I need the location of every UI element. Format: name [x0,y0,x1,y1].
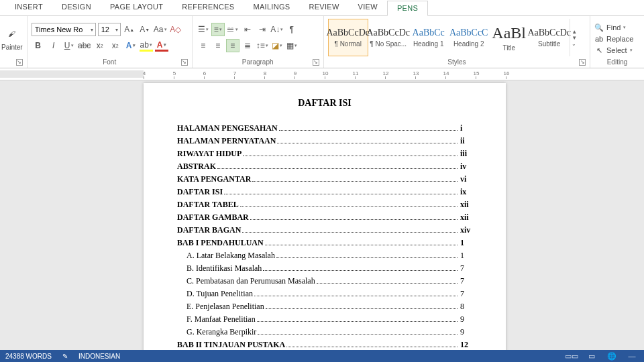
read-mode-button[interactable]: ▭▭ [565,351,578,361]
show-marks-button[interactable]: ¶ [285,23,299,36]
find-icon: 🔍 [594,23,604,32]
font-launcher[interactable]: ↘ [181,59,188,66]
underline-button[interactable]: U [62,39,76,52]
multilevel-list-button[interactable]: ⩸ [226,23,239,36]
clear-formatting-button[interactable]: A◇ [169,23,182,36]
decrease-indent-button[interactable]: ⇤ [241,23,254,36]
toc-entry: HALAMAN PENGESAHANi [177,123,472,133]
text-effects-button[interactable]: A [124,39,138,52]
horizontal-ruler[interactable]: 45678910111213141516 [0,68,644,80]
style-tile-heading-1[interactable]: AaBbCcHeading 1 [409,19,449,56]
toc-entry: RIWAYAT HIDUPiii [177,149,472,159]
tab-page-layout[interactable]: PAGE LAYOUT [101,0,172,15]
style-tile-heading-2[interactable]: AaBbCcCHeading 2 [449,19,489,56]
align-right-button[interactable]: ≡ [226,39,239,52]
web-layout-button[interactable]: 🌐 [605,351,619,361]
highlight-button[interactable]: ab [140,40,153,52]
toc-entry: B. Identifikasi Masalah7 [177,263,472,274]
toc-entry: HALAMAN PERNYATAANii [177,136,472,146]
styles-more-button[interactable]: ▲▼⌄ [570,19,579,56]
style-tile--normal[interactable]: AaBbCcDc¶ Normal [328,19,368,56]
tab-view[interactable]: VIEW [349,0,387,15]
toc-entry: E. Penjelasan Penelitian8 [177,302,472,312]
justify-button[interactable]: ≣ [241,39,254,52]
select-button[interactable]: ↖Select ▾ [594,46,633,55]
word-count[interactable]: 24388 WORDS [5,353,52,360]
format-painter-icon[interactable]: 🖌 [5,24,19,43]
language-status[interactable]: INDONESIAN [78,353,120,360]
style-tile--no-spac-[interactable]: AaBbCcDc¶ No Spac... [368,19,409,56]
shrink-font-button[interactable]: A▼ [138,23,152,36]
select-icon: ↖ [594,46,604,55]
document-title: DAFTAR ISI [177,98,472,109]
line-spacing-button[interactable]: ↕≡ [256,39,269,52]
bullets-button[interactable]: ☰ [197,23,210,36]
italic-button[interactable]: I [47,39,60,52]
toc-entry: BAB II TINJAUAN PUSTAKA12 [177,340,472,350]
toc-entry: C. Pembatasan dan Perumusan Masalah7 [177,276,472,286]
zoom-out-button[interactable]: — [625,351,639,361]
numbering-button[interactable]: ≡ [211,23,225,36]
styles-launcher[interactable]: ↘ [579,59,586,66]
align-left-button[interactable]: ≡ [197,39,210,52]
toc-entry: DAFTAR BAGANxiv [177,225,472,235]
replace-button[interactable]: abReplace [594,34,633,44]
tab-design[interactable]: DESIGN [52,0,101,15]
page: DAFTAR ISI HALAMAN PENGESAHANiHALAMAN PE… [144,83,506,350]
strikethrough-button[interactable]: abc [78,39,91,52]
toc-entry: G. Kerangka Berpikir9 [177,327,472,337]
change-case-button[interactable]: Aa [154,23,167,36]
toc-entry: A. Latar Belakang Masalah1 [177,251,472,261]
tab-insert[interactable]: INSERT [5,0,52,15]
sort-button[interactable]: A↓ [270,23,284,36]
toc-entry: DAFTAR ISIix [177,187,472,197]
style-tile-title[interactable]: AaBlTitle [489,19,529,56]
ribbon: 🖌 Painter ↘ Times New Ro 12 A▲ A▼ Aa A◇ … [0,16,644,68]
style-tile-subtitle[interactable]: AaBbCcDcSubtitle [529,19,570,56]
print-layout-button[interactable]: ▭ [585,351,598,361]
toc-entry: DAFTAR TABELxii [177,200,472,210]
table-of-contents: HALAMAN PENGESAHANiHALAMAN PERNYATAANiiR… [177,123,472,350]
replace-icon: ab [594,34,604,44]
group-editing: 🔍Find ▾ abReplace ↖Select ▾ Editing [590,16,644,68]
group-font: Times New Ro 12 A▲ A▼ Aa A◇ B I U abc x2… [28,16,193,68]
grow-font-button[interactable]: A▲ [123,23,136,36]
font-size-combo[interactable]: 12 [98,23,121,36]
document-area[interactable]: DAFTAR ISI HALAMAN PENGESAHANiHALAMAN PE… [0,80,644,350]
align-center-button[interactable]: ≡ [211,39,225,52]
toc-entry: DAFTAR GAMBARxii [177,213,472,223]
tab-references[interactable]: REFERENCES [172,0,244,15]
font-family-combo[interactable]: Times New Ro [32,23,96,36]
tab-mailings[interactable]: MAILINGS [244,0,299,15]
group-clipboard: 🖌 Painter ↘ [0,16,28,68]
toc-entry: KATA PENGANTARvi [177,174,472,184]
paragraph-group-label: Paragraph [242,58,274,66]
toc-entry: BAB I PENDAHULUAN1 [177,238,472,248]
group-paragraph: ☰ ≡ ⩸ ⇤ ⇥ A↓ ¶ ≡ ≡ ≡ ≣ ↕≡ ◪ ▦ [193,16,324,68]
paragraph-launcher[interactable]: ↘ [313,59,319,66]
toc-entry: ABSTRAKiv [177,162,472,172]
format-painter-label: Painter [1,44,23,51]
font-color-button[interactable]: A [155,40,168,52]
toc-entry: F. Manfaat Penelitian9 [177,314,472,324]
tab-pens[interactable]: PENS [387,1,428,16]
superscript-button[interactable]: x2 [109,39,122,52]
toc-entry: D. Tujuan Penelitian7 [177,289,472,299]
tab-review[interactable]: REVIEW [299,0,348,15]
subscript-button[interactable]: x2 [93,39,107,52]
increase-indent-button[interactable]: ⇥ [256,23,269,36]
styles-group-label: Styles [447,58,466,66]
find-button[interactable]: 🔍Find ▾ [594,23,633,32]
font-group-label: Font [103,58,116,66]
group-styles: AaBbCcDc¶ NormalAaBbCcDc¶ No Spac...AaBb… [324,16,590,68]
proofing-icon[interactable]: ✎ [62,353,68,360]
bold-button[interactable]: B [32,39,45,52]
shading-button[interactable]: ◪ [270,39,284,52]
editing-group-label: Editing [607,58,628,66]
ribbon-tabstrip: INSERTDESIGNPAGE LAYOUTREFERENCESMAILING… [0,0,644,16]
borders-button[interactable]: ▦ [285,39,299,52]
status-bar: 24388 WORDS ✎ INDONESIAN ▭▭ ▭ 🌐 — [0,350,644,362]
clipboard-launcher[interactable]: ↘ [16,59,23,66]
